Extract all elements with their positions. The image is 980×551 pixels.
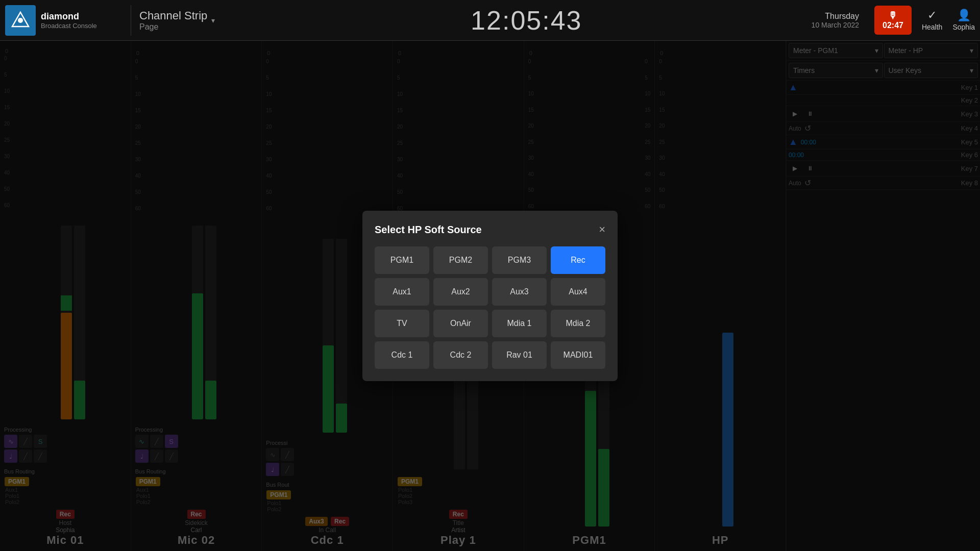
svg-point-1 xyxy=(18,18,23,23)
health-area: 🎙 02:47 ✓ Health 👤 Sophia xyxy=(874,6,975,35)
record-button[interactable]: 🎙 02:47 xyxy=(874,6,912,35)
date-area: Thursday 10 March 2022 xyxy=(812,12,859,29)
sophia-label: Sophia xyxy=(952,23,975,31)
date-full: 10 March 2022 xyxy=(812,21,859,29)
source-rec-btn[interactable]: Rec xyxy=(551,246,605,274)
clock-display: 12:05:43 xyxy=(247,5,806,36)
logo-area: diamond Broadcast Console xyxy=(5,5,122,36)
sophia-button[interactable]: 👤 Sophia xyxy=(952,9,975,31)
page-title-area: Channel Strip Page ▾ xyxy=(139,9,241,32)
page-dropdown-arrow[interactable]: ▾ xyxy=(211,16,215,24)
page-title-sub: Page xyxy=(139,22,207,32)
header: diamond Broadcast Console Channel Strip … xyxy=(0,0,980,41)
app-info: diamond Broadcast Console xyxy=(41,11,97,30)
app-name: diamond xyxy=(41,11,97,22)
user-icon: 👤 xyxy=(957,9,971,22)
page-title: Channel Strip Page xyxy=(139,9,207,32)
app-sub: Broadcast Console xyxy=(41,22,97,30)
source-aux2-btn[interactable]: Aux2 xyxy=(433,278,488,306)
source-tv-btn[interactable]: TV xyxy=(375,310,429,337)
source-grid: PGM1 PGM2 PGM3 Rec Aux1 Aux2 Aux3 Aux4 T… xyxy=(375,246,605,369)
health-button[interactable]: ✓ Health xyxy=(922,9,942,31)
hp-soft-source-modal: Select HP Soft Source × PGM1 PGM2 PGM3 R… xyxy=(362,211,618,381)
page-title-main: Channel Strip xyxy=(139,9,207,22)
modal-header: Select HP Soft Source × xyxy=(375,223,605,236)
header-divider xyxy=(131,5,131,36)
source-madi01-btn[interactable]: MADI01 xyxy=(551,341,605,369)
source-cdc1-btn[interactable]: Cdc 1 xyxy=(375,341,429,369)
modal-backdrop[interactable]: Select HP Soft Source × PGM1 PGM2 PGM3 R… xyxy=(0,41,980,551)
source-aux1-btn[interactable]: Aux1 xyxy=(375,278,429,306)
modal-close-button[interactable]: × xyxy=(599,223,605,236)
source-onair-btn[interactable]: OnAir xyxy=(433,310,488,337)
checkmark-icon: ✓ xyxy=(927,9,937,22)
source-aux3-btn[interactable]: Aux3 xyxy=(492,278,547,306)
source-aux4-btn[interactable]: Aux4 xyxy=(551,278,605,306)
source-cdc2-btn[interactable]: Cdc 2 xyxy=(433,341,488,369)
date-day: Thursday xyxy=(812,12,859,21)
main-content: 0 0510 1520 2530 4050 60 Pr xyxy=(0,41,980,551)
record-time: 02:47 xyxy=(883,21,903,30)
modal-title: Select HP Soft Source xyxy=(375,224,482,236)
source-mdia2-btn[interactable]: Mdia 2 xyxy=(551,310,605,337)
source-pgm2-btn[interactable]: PGM2 xyxy=(433,246,488,274)
lawo-logo xyxy=(5,5,36,36)
source-pgm1-btn[interactable]: PGM1 xyxy=(375,246,429,274)
source-mdia1-btn[interactable]: Mdia 1 xyxy=(492,310,547,337)
source-rav01-btn[interactable]: Rav 01 xyxy=(492,341,547,369)
source-pgm3-btn[interactable]: PGM3 xyxy=(492,246,547,274)
mic-icon: 🎙 xyxy=(888,11,897,21)
health-label: Health xyxy=(922,23,942,31)
